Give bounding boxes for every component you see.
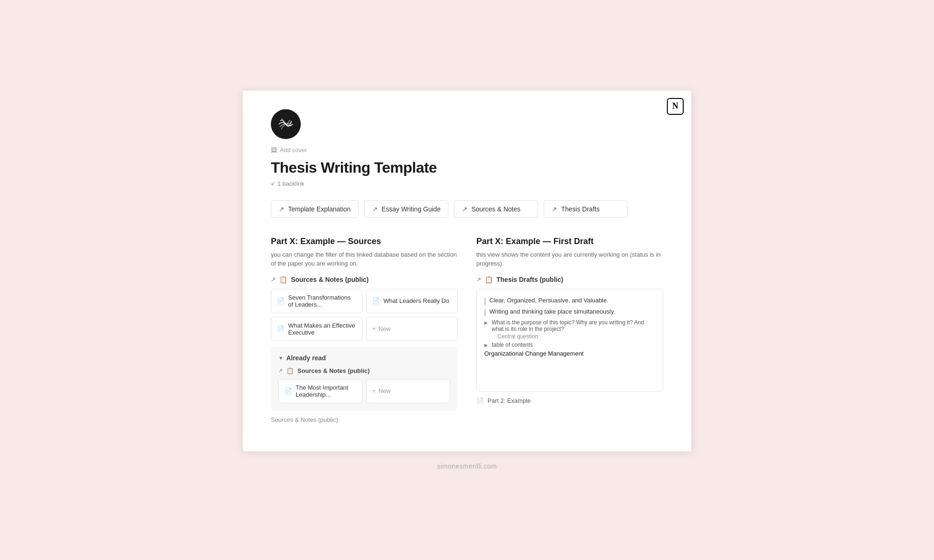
already-read-section: ▼ Already read ↗ 📋 Sources & Notes (publ… <box>271 347 458 411</box>
right-section-title: Part X: Example — First Draft <box>476 237 663 246</box>
backlink-arrow-icon: ↙ <box>271 180 276 187</box>
quick-link-sources-notes[interactable]: ↗ Sources & Notes <box>454 200 538 218</box>
doc-icon: 📄 <box>476 397 484 404</box>
notion-logo: N <box>667 98 684 115</box>
two-col-layout: Part X: Example — Sources you can change… <box>271 237 663 423</box>
already-read-cards: 📄 The Most Important Leadership... + New <box>278 379 450 403</box>
doc-icon: 📄 <box>277 297 284 304</box>
page-container: N 🖼 Add cover Thesis Writing Template ↙ … <box>243 91 691 451</box>
right-section-desc: this view shows the content you are curr… <box>476 250 663 268</box>
already-read-db-header: ↗ 📋 Sources & Notes (public) <box>278 367 450 374</box>
draft-text: Clear, Organized, Persuasive, and Valuab… <box>489 297 609 304</box>
right-db-header: ↗ 📋 Thesis Drafts (public) <box>476 276 663 283</box>
doc-icon: 📄 <box>372 297 380 304</box>
quick-link-label: Thesis Drafts <box>561 205 599 213</box>
external-link-icon: ↗ <box>372 205 378 213</box>
arrow-up-right-icon: ↗ <box>278 368 283 374</box>
source-card-label: Seven Transformations of Leaders... <box>288 294 356 308</box>
left-column: Part X: Example — Sources you can change… <box>271 237 458 423</box>
source-card-3[interactable]: 📄 What Makes an Effective Executive <box>271 317 362 341</box>
add-cover-button[interactable]: 🖼 Add cover <box>271 147 663 154</box>
draft-text: Writing and thinking take place simultan… <box>489 308 615 315</box>
source-card-label: What Makes an Effective Executive <box>288 322 356 336</box>
backlink[interactable]: ↙ 1 backlink <box>271 180 663 187</box>
left-db-label: Sources & Notes (public) <box>291 276 368 283</box>
triangle-icon: ▶ <box>484 320 488 325</box>
quick-link-label: Template Explanation <box>288 205 351 213</box>
doc-icon: 📄 <box>284 387 292 394</box>
backlink-label: 1 backlink <box>277 180 304 187</box>
already-read-card-1[interactable]: 📄 The Most Important Leadership... <box>278 379 362 403</box>
external-link-icon: ↗ <box>279 205 284 213</box>
source-cards-grid: 📄 Seven Transformations of Leaders... 📄 … <box>271 289 458 341</box>
bar-icon <box>484 309 486 316</box>
sources-footer: Sources & Notes (public) <box>271 416 458 423</box>
db-icon: 📋 <box>286 367 294 374</box>
quick-link-template-explanation[interactable]: ↗ Template Explanation <box>271 200 359 218</box>
left-db-header: ↗ 📋 Sources & Notes (public) <box>271 276 458 283</box>
already-read-label: Already read <box>286 354 326 362</box>
source-card-2[interactable]: 📄 What Leaders Really Do <box>366 289 458 313</box>
bar-icon <box>484 298 486 305</box>
already-read-header: ▼ Already read <box>278 354 450 362</box>
draft-bold-text: Organizational Change Management <box>484 350 655 357</box>
draft-line-1: Clear, Organized, Persuasive, and Valuab… <box>484 297 655 305</box>
quick-link-essay-writing-guide[interactable]: ↗ Essay Writing Guide <box>364 200 449 218</box>
new-label: New <box>379 387 391 394</box>
part2-label: Part 2: Example <box>488 397 531 404</box>
draft-line-3: ▶ What is the purpose of this topic? Why… <box>484 319 655 332</box>
page-icon <box>271 109 301 139</box>
right-column: Part X: Example — First Draft this view … <box>476 237 663 423</box>
site-credit: simonesmerilli.com <box>437 462 497 470</box>
doc-icon: 📄 <box>277 325 284 332</box>
quick-link-label: Essay Writing Guide <box>382 205 441 213</box>
add-cover-label: Add cover <box>280 147 307 154</box>
draft-text: table of contents <box>492 342 533 348</box>
plus-icon: + <box>372 387 376 394</box>
arrow-up-right-icon: ↗ <box>476 276 481 283</box>
left-section-title: Part X: Example — Sources <box>271 237 458 246</box>
source-card-label: What Leaders Really Do <box>383 297 449 304</box>
already-read-card-label: The Most Important Leadership... <box>296 384 356 398</box>
quick-link-thesis-drafts[interactable]: ↗ Thesis Drafts <box>544 200 628 218</box>
source-card-new-button[interactable]: + New <box>366 317 458 341</box>
arrow-up-right-icon: ↗ <box>271 276 276 283</box>
draft-line-2: Writing and thinking take place simultan… <box>484 308 655 316</box>
quick-links-row: ↗ Template Explanation ↗ Essay Writing G… <box>271 200 663 218</box>
source-card-1[interactable]: 📄 Seven Transformations of Leaders... <box>271 289 362 313</box>
draft-line-5: ▶ table of contents <box>484 342 655 348</box>
external-link-icon: ↗ <box>552 205 557 213</box>
db-icon: 📋 <box>279 276 287 283</box>
triangle-icon: ▼ <box>278 355 283 361</box>
db-icon: 📋 <box>485 276 493 283</box>
draft-preview: Clear, Organized, Persuasive, and Valuab… <box>476 289 663 392</box>
page-title: Thesis Writing Template <box>271 159 663 176</box>
right-db-label: Thesis Drafts (public) <box>496 276 563 283</box>
already-read-new-button[interactable]: + New <box>366 379 450 403</box>
part2-row[interactable]: 📄 Part 2: Example <box>476 397 663 404</box>
draft-text: What is the purpose of this topic? Why a… <box>492 319 655 332</box>
image-icon: 🖼 <box>271 147 277 154</box>
new-label: New <box>379 325 391 332</box>
left-section-desc: you can change the filter of this linked… <box>271 250 458 268</box>
triangle-icon: ▶ <box>484 343 488 348</box>
quick-link-label: Sources & Notes <box>471 205 520 213</box>
draft-subtext: Central question: <box>497 333 655 340</box>
already-read-db-label: Sources & Notes (public) <box>297 367 370 374</box>
plus-icon: + <box>372 325 376 332</box>
external-link-icon: ↗ <box>462 205 467 213</box>
